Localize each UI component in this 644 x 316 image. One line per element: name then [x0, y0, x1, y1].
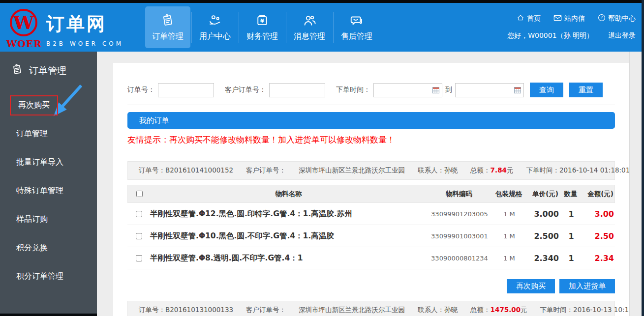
date-from-wrap: [373, 83, 442, 97]
row-checkbox[interactable]: [136, 211, 142, 217]
sidebar-item-special-order-management[interactable]: 特殊订单管理: [0, 176, 97, 205]
table-row: 半刚性双壁管.Φ8.透明.圆.不印字.G管.4：1 33090000801234…: [127, 247, 615, 269]
user-center-icon: [208, 13, 222, 28]
site-mail-link[interactable]: 站内信: [553, 14, 585, 23]
select-all-checkbox[interactable]: [136, 191, 143, 197]
item-qty: 1: [559, 209, 583, 219]
column-header-code: 物料编码: [427, 190, 491, 199]
nav-tab-label: 售后管理: [341, 31, 372, 42]
nav-tab-user-center[interactable]: 用户中心: [191, 3, 239, 52]
item-amount: 3.00: [583, 209, 615, 219]
home-link[interactable]: 首页: [517, 14, 541, 23]
item-pack: 1 M: [492, 232, 526, 240]
friendly-tip-text: 友情提示：再次购买不能修改物料数量！加入进货单可以修改物料数量！: [127, 134, 615, 145]
customer-order-no-input[interactable]: [269, 83, 325, 97]
column-header-pack: 包装规格: [491, 190, 526, 199]
sidebar-item-points-order-management[interactable]: 积分订单管理: [0, 262, 97, 290]
date-from-input[interactable]: [373, 83, 442, 97]
customer-order-no-label: 客户订单号：: [225, 86, 266, 94]
scrollbar[interactable]: [629, 52, 642, 316]
sidebar-item-label: 再次购买: [10, 95, 58, 115]
item-pack: 1 M: [492, 255, 526, 262]
row-checkbox[interactable]: [136, 255, 142, 261]
order-no: 订单号：B201610141000152: [139, 166, 233, 175]
sidebar-menu: 再次购买 订单管理 批量订单导入 特殊订单管理 样品订购 积分兑换 积分订单管理: [0, 91, 97, 290]
sidebar-item-batch-order-import[interactable]: 批量订单导入: [0, 148, 97, 176]
item-name: 半刚性双壁管.Φ12.黑色.圆.印特字.G管.4：1.高温胶.苏州: [150, 209, 427, 219]
sidebar-item-buy-again[interactable]: 再次购买: [0, 91, 97, 119]
logo-brand-name: WOER: [4, 38, 44, 49]
site-subtitle-text: B2B WOER COM: [46, 40, 123, 47]
column-header-price: 单价(元): [526, 190, 558, 199]
table-row: 半刚性双壁管.Φ10.黑色.圆.不印字.G管.4：1.高温胶 330999010…: [127, 225, 615, 247]
item-code: 33090000801234: [427, 255, 492, 262]
sidebar-item-label: 特殊订单管理: [16, 186, 63, 196]
main-content-panel: 订单号： 客户订单号： 下单时间： 到: [113, 63, 629, 316]
item-name: 半刚性双壁管.Φ8.透明.圆.不印字.G管.4：1: [150, 253, 427, 263]
calendar-icon[interactable]: [514, 87, 521, 95]
date-to-wrap: [455, 83, 524, 97]
app-header: W WOER 订单网 B2B WOER COM 订单管理: [0, 3, 642, 52]
item-qty: 1: [559, 254, 583, 263]
sidebar-item-sample-order[interactable]: 样品订购: [0, 205, 97, 233]
customer-order-no: 客户订单号：: [246, 306, 286, 315]
sidebar-item-order-management[interactable]: 订单管理: [0, 119, 97, 148]
order-summary-bar: 订单号：B201610131000133 客户订单号： 深圳市坪山新区兰景北路沃…: [127, 301, 615, 316]
sidebar-item-label: 积分订单管理: [16, 271, 63, 282]
item-amount: 2.34: [583, 254, 615, 263]
svg-text:?: ?: [601, 16, 603, 20]
column-header-name: 物料名称: [151, 190, 427, 199]
finance-management-icon: ¥: [255, 13, 270, 28]
date-to-input[interactable]: [455, 83, 524, 97]
order-time: 下单时间：2016-10-13 10:17:00: [540, 306, 629, 315]
customer-order-no: 客户订单号：: [246, 166, 286, 175]
window-bottom-edge: [0, 314, 97, 316]
query-button[interactable]: 查询: [530, 83, 563, 97]
nav-tab-finance-management[interactable]: ¥ 财务管理: [239, 3, 286, 52]
order-no-input[interactable]: [158, 83, 214, 97]
sidebar-item-points-exchange[interactable]: 积分兑换: [0, 233, 97, 262]
window-right-edge: [642, 0, 644, 316]
order-actions: 再次购买 加入进货单: [127, 279, 615, 293]
nav-tab-after-sales[interactable]: 售后管理: [333, 3, 380, 52]
item-amount: 2.50: [583, 231, 615, 241]
column-header-qty: 数量: [558, 190, 583, 199]
row-checkbox[interactable]: [136, 233, 142, 239]
nav-tab-message-management[interactable]: 消息管理: [286, 3, 333, 52]
order-management-icon: [160, 13, 175, 28]
section-divider: [127, 105, 615, 105]
order-summary-bar: 订单号：B201610141000152 客户订单号： 深圳市坪山新区兰景北路沃…: [127, 161, 615, 180]
contact-person: 联系人：孙晓: [418, 306, 458, 315]
svg-text:¥: ¥: [260, 18, 264, 24]
order-time-label: 下单时间：: [336, 86, 370, 94]
item-pack: 1 M: [492, 210, 526, 218]
help-icon: ?: [598, 14, 606, 23]
item-price: 3.000: [526, 209, 559, 219]
nav-tab-label: 用户中心: [199, 31, 231, 42]
sidebar-title-label: 订单管理: [29, 64, 66, 77]
calendar-icon[interactable]: [432, 87, 439, 95]
item-price: 2.500: [526, 231, 559, 241]
nav-tab-label: 消息管理: [294, 31, 325, 42]
nav-tab-order-management[interactable]: 订单管理: [144, 3, 191, 52]
add-to-purchase-list-button[interactable]: 加入进货单: [559, 279, 615, 293]
item-code: 33099901203005: [427, 210, 492, 218]
item-qty: 1: [559, 231, 583, 241]
logout-link[interactable]: 退出登录: [608, 31, 636, 40]
sidebar-title: 订单管理: [0, 52, 97, 78]
order-total-value: 1475.00: [491, 306, 521, 314]
site-title: 订单网 B2B WOER COM: [46, 12, 123, 47]
sidebar-item-label: 样品订购: [16, 214, 48, 225]
help-center-link[interactable]: ? 帮助中心: [598, 14, 636, 23]
site-title-text: 订单网: [46, 12, 123, 36]
woer-logo: W: [10, 9, 37, 36]
logo-letter: W: [13, 13, 34, 32]
reset-button[interactable]: 重置: [569, 83, 603, 97]
date-to-label: 到: [445, 86, 452, 94]
column-header-amount: 金额(元): [583, 190, 614, 199]
header-user-area: 您好，W00001（孙 明明） 退出登录: [507, 31, 636, 40]
home-icon: [517, 14, 524, 23]
item-code: 33099901003001: [427, 232, 492, 240]
items-table-header: 物料名称 物料编码 包装规格 单价(元) 数量 金额(元): [127, 185, 615, 203]
buy-again-button[interactable]: 再次购买: [507, 279, 555, 293]
